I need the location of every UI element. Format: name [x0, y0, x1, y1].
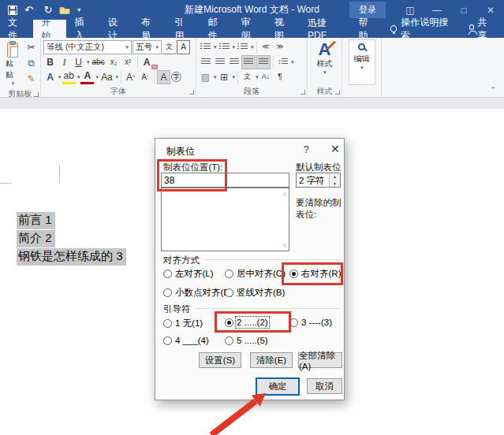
subscript-button[interactable]: x₂ — [107, 55, 121, 69]
dialog-close-button[interactable]: ✕ — [330, 143, 340, 155]
align-left-icon[interactable] — [199, 55, 212, 69]
listbox-scroll-up-icon[interactable]: ∧ — [282, 190, 287, 198]
tab-home[interactable]: 开始 — [33, 20, 66, 38]
redo-icon[interactable]: ↻ — [43, 5, 52, 15]
radio-leader-none[interactable]: 1 无(1) — [163, 318, 203, 329]
enclose-characters-icon[interactable]: 字 — [171, 72, 181, 82]
shrink-font-icon[interactable]: Aˇ — [138, 70, 151, 84]
save-icon[interactable] — [8, 6, 17, 15]
radio-leader-middots[interactable]: 5 .....(5) — [225, 336, 268, 345]
tab-position-input[interactable] — [161, 173, 289, 188]
tab-mailings[interactable]: 邮件 — [200, 20, 233, 38]
change-case-icon[interactable]: Aa — [99, 70, 114, 84]
justify-icon[interactable] — [241, 55, 256, 69]
set-button[interactable]: 设置(S) — [199, 352, 241, 368]
selected-text-line[interactable]: 钢铁是怎样练成的 3 — [17, 248, 126, 266]
search-icon — [358, 43, 365, 50]
grow-font-icon[interactable]: A^ — [124, 70, 137, 84]
italic-button[interactable]: I — [58, 55, 71, 69]
radio-align-decimal[interactable]: 小数点对齐(D) — [163, 287, 233, 299]
default-tab-value: 2 字符 — [297, 173, 329, 187]
tab-help[interactable]: 帮助 — [351, 20, 384, 38]
selected-text-line[interactable]: 前言 1 — [17, 212, 55, 229]
styles-dialog-launcher-icon[interactable] — [335, 90, 340, 95]
tab-file[interactable]: 文件 — [0, 20, 33, 38]
clear-all-button[interactable]: 全部清除(A) — [298, 352, 342, 368]
line-spacing-icon[interactable]: ↕ — [276, 55, 289, 69]
editing-button[interactable]: 编辑 ▾ — [349, 39, 375, 85]
font-dialog-launcher-icon[interactable] — [189, 90, 194, 95]
sort-icon[interactable]: A↓ — [259, 70, 273, 84]
open-icon[interactable] — [59, 6, 70, 14]
text-effects-icon[interactable]: A — [43, 70, 57, 84]
tab-design[interactable]: 设计 — [100, 20, 133, 38]
align-center-icon[interactable] — [213, 55, 226, 69]
radio-align-bar[interactable]: 竖线对齐(B) — [225, 287, 285, 299]
styles-icon: A — [319, 41, 331, 58]
borders-icon[interactable]: ⊞ — [218, 70, 231, 84]
document-text: 前言 1 简介 2 钢铁是怎样练成的 3 — [17, 212, 126, 266]
paragraph-dialog-launcher-icon[interactable] — [301, 90, 305, 95]
clipboard-dialog-launcher-icon[interactable] — [34, 92, 39, 97]
strikethrough-button[interactable]: abc — [91, 55, 106, 69]
clear-formatting-icon[interactable]: A — [140, 55, 154, 69]
superscript-button[interactable]: x² — [121, 55, 135, 69]
radio-leader-dashes[interactable]: 3 ----(3) — [289, 318, 332, 327]
text-highlight-icon[interactable]: ab — [62, 70, 76, 84]
default-tab-spinner[interactable]: 2 字符 ▲ ▼ — [296, 173, 341, 188]
collapse-ribbon-icon[interactable]: ⌃ — [490, 86, 496, 94]
tab-pdf-addin[interactable]: 迅捷PDF — [300, 20, 350, 38]
font-size-combobox[interactable]: 五号▾ — [133, 40, 162, 54]
bold-button[interactable]: B — [43, 55, 57, 69]
spinner-down-icon[interactable]: ▼ — [330, 180, 340, 188]
word-window: ↶▾ ↻ ▾ 新建Microsoft Word 文档 - Word 登录 ◫ —… — [0, 0, 504, 435]
radio-align-left[interactable]: 左对齐(L) — [163, 268, 214, 280]
spinner-up-icon[interactable]: ▲ — [330, 173, 340, 180]
selected-text-line[interactable]: 简介 2 — [17, 230, 55, 247]
increase-indent-icon[interactable]: ≫ — [274, 40, 287, 54]
radio-align-right[interactable]: 右对齐(R) — [289, 268, 341, 280]
clear-button[interactable]: 清除(E) — [250, 352, 293, 368]
dialog-help-button[interactable]: ? — [304, 144, 309, 155]
restore-button[interactable]: □ — [450, 0, 477, 20]
leader-legend: 引导符 — [163, 303, 194, 315]
tell-me-search[interactable]: 操作说明搜索 — [384, 20, 460, 38]
cancel-button[interactable]: 取消 — [307, 378, 342, 394]
align-right-icon[interactable] — [227, 55, 241, 69]
customize-qat-icon[interactable]: ▾ — [77, 7, 80, 13]
radio-leader-dots[interactable]: 2 .....(2) — [225, 318, 268, 327]
radio-leader-underline[interactable]: 4 ___(4) — [163, 336, 209, 345]
decrease-indent-icon[interactable]: ≪ — [259, 40, 273, 54]
show-marks-icon[interactable]: ¶ — [274, 70, 287, 84]
copy-icon[interactable]: ⧉ — [24, 56, 38, 70]
font-name-combobox[interactable]: 等线 (中文正文)▾ — [43, 40, 132, 54]
radio-align-center[interactable]: 居中对齐(C) — [225, 268, 286, 280]
character-shading-icon[interactable]: A — [157, 70, 170, 84]
ok-button[interactable]: 确定 — [256, 377, 300, 396]
phonetic-guide-icon[interactable]: 文 — [162, 40, 176, 54]
group-paragraph: ▾ ▾ ▾ ≪ ≫ ↕▾ ▨▾ ⊞ — [196, 38, 308, 97]
styles-button[interactable]: A 样式 ▾ — [314, 39, 336, 85]
asian-layout-icon[interactable]: 文 — [241, 70, 254, 84]
undo-icon[interactable]: ↶▾ — [24, 5, 36, 15]
tab-review[interactable]: 审阅 — [233, 20, 267, 38]
tab-stop-listbox[interactable]: ∧ ∨ — [161, 188, 289, 251]
listbox-scroll-down-icon[interactable]: ∨ — [282, 241, 287, 249]
tab-layout[interactable]: 布局 — [133, 20, 166, 38]
character-border-icon[interactable]: A — [177, 40, 190, 54]
share-button[interactable]: 共享 — [460, 20, 504, 38]
format-painter-icon[interactable]: ✎ — [24, 72, 38, 86]
tab-view[interactable]: 视图 — [267, 20, 300, 38]
bullets-icon[interactable] — [199, 40, 212, 54]
underline-button[interactable]: U — [72, 55, 85, 69]
tab-references[interactable]: 引用 — [166, 20, 200, 38]
multilevel-list-icon[interactable] — [236, 40, 249, 54]
paste-button[interactable]: 粘贴 ▾ — [2, 39, 23, 88]
tab-insert[interactable]: 插入 — [66, 20, 99, 38]
cut-icon[interactable]: ✂ — [24, 40, 38, 54]
font-color-icon[interactable]: A — [80, 70, 94, 84]
numbering-icon[interactable] — [218, 40, 231, 54]
shading-icon[interactable]: ▨ — [199, 70, 212, 84]
distribute-icon[interactable] — [256, 55, 271, 69]
group-clipboard: 粘贴 ▾ ✂ ⧉ ✎ 剪贴板 — [0, 38, 41, 97]
